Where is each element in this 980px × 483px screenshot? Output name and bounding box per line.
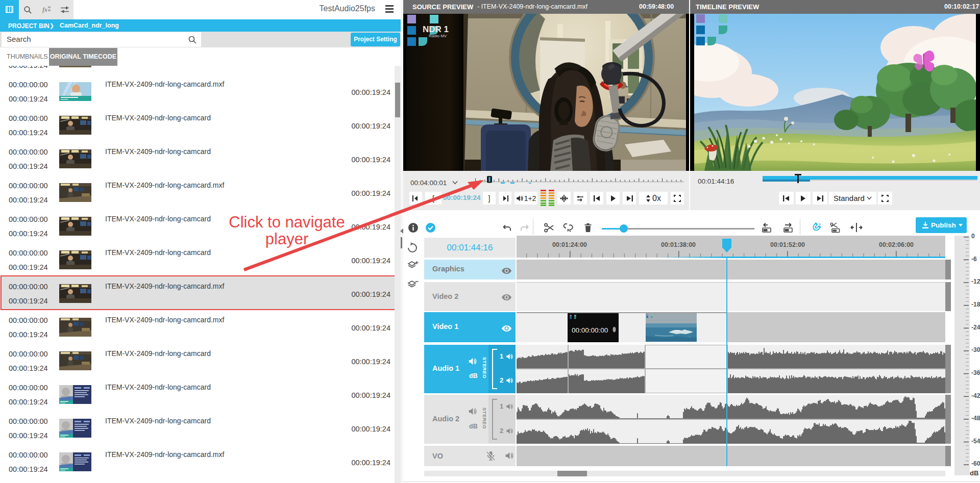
svg-text:NDR 1: NDR 1 [423, 24, 449, 34]
svg-text:fx: fx [42, 6, 47, 13]
svg-text:Radio MV: Radio MV [429, 34, 447, 38]
